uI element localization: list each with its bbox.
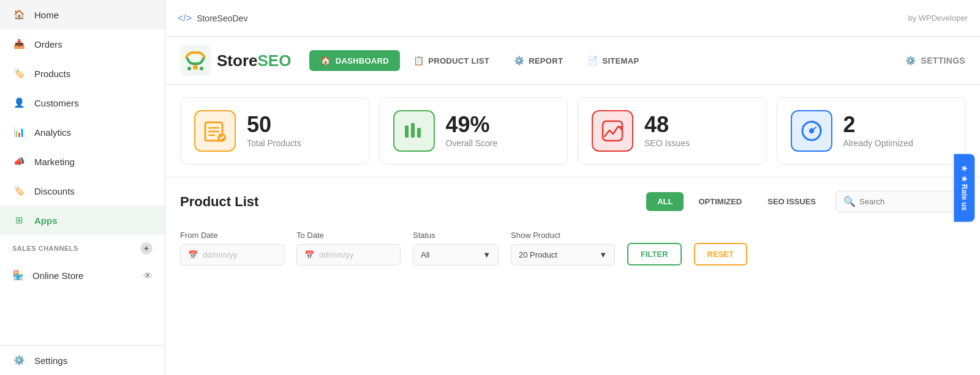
tab-dashboard[interactable]: 🏠 DASHBOARD <box>309 50 400 71</box>
rate-us-button[interactable]: ★ ★ Rate us <box>954 154 975 221</box>
sales-channels-header: SALES CHANNELS + <box>0 235 165 262</box>
status-group: Status All ▼ <box>413 231 499 265</box>
svg-rect-11 <box>417 128 421 138</box>
logo-text: StoreSEO <box>217 51 291 70</box>
to-date-label: To Date <box>296 231 401 240</box>
sidebar-item-label: Discounts <box>34 186 75 196</box>
to-date-group: To Date 📅 dd/mm/yy <box>296 231 401 265</box>
logo-area: StoreSEO <box>180 45 291 76</box>
tab-report[interactable]: ⚙️ REPORT <box>503 50 574 71</box>
filter-tab-optimized[interactable]: OPTIMIZED <box>687 192 753 211</box>
filter-tab-all[interactable]: ALL <box>646 192 684 211</box>
online-store-label: Online Store <box>32 270 83 281</box>
orders-icon: 📥 <box>12 37 26 51</box>
app-name: StoreSeoDev <box>197 13 247 23</box>
seo-issues-icon-box <box>592 110 633 152</box>
sidebar-item-discounts[interactable]: 🏷️ Discounts <box>0 176 165 206</box>
filter-button[interactable]: FILTER <box>627 243 682 265</box>
logo-text-colored: SEO <box>257 51 291 70</box>
search-input[interactable] <box>859 197 957 206</box>
dashboard-tab-icon: 🏠 <box>320 56 331 65</box>
product-list-section: Product List ALL OPTIMIZED SEO ISSUES 🔍 … <box>165 177 980 375</box>
tab-dashboard-label: DASHBOARD <box>336 56 389 65</box>
sales-channels-label: SALES CHANNELS <box>12 245 78 252</box>
status-value: All <box>421 250 429 259</box>
rate-us-label: ★ Rate us <box>960 175 969 210</box>
eye-icon: 👁 <box>143 270 153 281</box>
svg-rect-12 <box>603 121 622 141</box>
svg-rect-9 <box>405 125 409 138</box>
already-optimized-number: 2 <box>843 114 913 136</box>
svg-rect-10 <box>411 123 415 138</box>
chevron-down-icon: ▼ <box>483 250 491 259</box>
tab-product-list-label: PRODUCT LIST <box>428 56 489 65</box>
product-list-title: Product List <box>180 194 258 210</box>
settings-nav-label: SETTINGS <box>921 56 965 65</box>
total-products-label: Total Products <box>247 138 301 148</box>
calendar-icon-2: 📅 <box>304 250 314 259</box>
code-icon: </> <box>178 13 192 24</box>
stat-already-optimized-text: 2 Already Optimized <box>843 114 913 148</box>
sidebar-item-label: Marketing <box>34 157 75 167</box>
show-product-label: Show Product <box>511 231 615 240</box>
add-sales-channel-button[interactable]: + <box>140 242 153 254</box>
sidebar-item-label: Orders <box>34 39 62 50</box>
settings-icon: ⚙️ <box>12 354 26 367</box>
store-seo-logo-icon <box>180 45 211 76</box>
search-area[interactable]: 🔍 <box>835 191 965 212</box>
apps-icon: ⊞ <box>12 213 26 227</box>
already-optimized-icon <box>800 119 823 143</box>
sidebar-item-home[interactable]: 🏠 Home <box>0 0 165 29</box>
from-date-input[interactable]: 📅 dd/mm/yy <box>180 244 284 265</box>
total-products-icon-box <box>194 110 236 152</box>
sidebar-item-customers[interactable]: 👤 Customers <box>0 88 165 117</box>
sidebar-item-apps[interactable]: ⊞ Apps <box>0 206 165 235</box>
settings-nav-button[interactable]: ⚙️ SETTINGS <box>905 56 965 65</box>
filters-row: From Date 📅 dd/mm/yy To Date 📅 dd/mm/yy … <box>180 226 965 265</box>
from-date-label: From Date <box>180 231 284 240</box>
already-optimized-icon-box <box>791 110 832 152</box>
to-date-input[interactable]: 📅 dd/mm/yy <box>296 244 401 265</box>
sidebar-item-analytics[interactable]: 📊 Analytics <box>0 117 165 147</box>
overall-score-label: Overall Score <box>446 138 498 148</box>
tab-product-list[interactable]: 📋 PRODUCT LIST <box>402 50 500 71</box>
svg-point-3 <box>200 67 203 70</box>
calendar-icon: 📅 <box>188 250 198 259</box>
sidebar-item-products[interactable]: 🏷️ Products <box>0 59 165 88</box>
status-select[interactable]: All ▼ <box>413 244 499 265</box>
stat-seo-issues-text: 48 SEO Issues <box>644 114 690 148</box>
customers-icon: 👤 <box>12 96 26 110</box>
tab-sitemap[interactable]: 📄 SITEMAP <box>576 50 650 71</box>
sidebar-item-label: Customers <box>34 98 79 108</box>
stats-row: 50 Total Products 49% Overall Score <box>165 85 980 177</box>
sidebar-item-settings[interactable]: ⚙️ Settings <box>0 346 165 375</box>
from-date-placeholder: dd/mm/yy <box>203 250 237 259</box>
stat-already-optimized: 2 Already Optimized <box>777 97 966 165</box>
sidebar-item-label: Home <box>34 10 59 20</box>
product-list-header: Product List ALL OPTIMIZED SEO ISSUES 🔍 <box>180 191 965 212</box>
online-store-icon: 🏪 <box>12 270 24 281</box>
sidebar-item-online-store[interactable]: 🏪 Online Store 👁 <box>0 262 165 289</box>
status-label: Status <box>413 231 499 240</box>
sidebar: 🏠 Home 📥 Orders 🏷️ Products 👤 Customers … <box>0 0 165 375</box>
topbar-left: </> StoreSeoDev <box>178 13 247 24</box>
seo-issues-icon <box>601 119 624 143</box>
reset-button[interactable]: RESET <box>694 243 747 265</box>
sidebar-item-label: Products <box>34 69 70 79</box>
overall-score-icon-box <box>393 110 435 152</box>
sidebar-item-orders[interactable]: 📥 Orders <box>0 29 165 59</box>
filter-tab-seo-issues[interactable]: SEO ISSUES <box>756 192 827 211</box>
stat-seo-issues: 48 SEO Issues <box>578 97 767 165</box>
svg-rect-0 <box>180 45 211 76</box>
plugin-nav: 🏠 DASHBOARD 📋 PRODUCT LIST ⚙️ REPORT 📄 S… <box>309 50 650 71</box>
sidebar-item-marketing[interactable]: 📣 Marketing <box>0 147 165 176</box>
topbar-right: by WPDeveloper <box>908 13 968 23</box>
show-product-select[interactable]: 20 Product ▼ <box>511 244 615 265</box>
stat-total-products-text: 50 Total Products <box>247 114 301 148</box>
home-icon: 🏠 <box>12 8 26 21</box>
tab-report-label: REPORT <box>529 56 563 65</box>
report-tab-icon: ⚙️ <box>514 56 524 65</box>
overall-score-icon <box>402 119 426 143</box>
by-developer: by WPDeveloper <box>908 13 968 23</box>
to-date-placeholder: dd/mm/yy <box>319 250 353 259</box>
